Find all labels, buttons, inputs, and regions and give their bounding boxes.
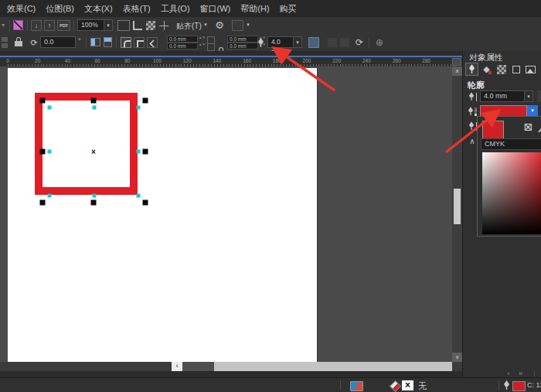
outline-pen-status-icon bbox=[503, 380, 510, 392]
color-gradient-picker[interactable] bbox=[482, 152, 541, 234]
tab-transparency-icon[interactable] bbox=[495, 63, 508, 76]
outline-color-dropdown-icon[interactable]: ▼ bbox=[527, 105, 538, 117]
no-fill-swatch[interactable]: × bbox=[402, 380, 413, 390]
horizontal-scroll-track[interactable] bbox=[214, 362, 452, 371]
selection-handle[interactable] bbox=[40, 200, 46, 206]
edit-node-marker[interactable] bbox=[137, 194, 141, 198]
edit-node-marker[interactable] bbox=[48, 106, 52, 110]
wrap-text-icon-disabled bbox=[328, 38, 337, 47]
color-proof-icon[interactable] bbox=[350, 381, 363, 391]
export-icon[interactable]: ↑ bbox=[44, 20, 55, 31]
selected-rectangle-shape[interactable]: × bbox=[35, 93, 138, 195]
dialogs-dropdown-icon[interactable]: ▼ bbox=[246, 22, 250, 27]
edit-node-marker[interactable] bbox=[93, 194, 97, 198]
panel-outline-width-combo[interactable]: 4.0 mm bbox=[480, 90, 525, 102]
tab-frame-icon[interactable] bbox=[509, 63, 522, 76]
import-icon[interactable]: ↓ bbox=[31, 20, 42, 31]
toolbar-overflow-icon[interactable]: ▾ bbox=[0, 20, 6, 31]
menu-item[interactable]: 文本(X) bbox=[84, 3, 113, 15]
scroll-up-icon[interactable]: ∧ bbox=[452, 66, 462, 76]
menu-item[interactable]: 表格(T) bbox=[123, 3, 151, 15]
no-color-icon[interactable]: ⊠ bbox=[522, 121, 534, 133]
document-page[interactable]: × bbox=[8, 68, 317, 362]
ruler-tick-label: 140 bbox=[213, 58, 221, 63]
launch-icon[interactable] bbox=[13, 20, 23, 30]
zoom-dropdown-icon[interactable]: ▼ bbox=[104, 19, 113, 31]
show-rulers-icon[interactable] bbox=[133, 21, 142, 30]
selection-handle[interactable] bbox=[40, 98, 46, 104]
menu-item[interactable]: 位图(B) bbox=[46, 3, 74, 15]
fill-status-icon[interactable] bbox=[390, 380, 402, 392]
scroll-left-icon[interactable]: ‹ bbox=[172, 362, 182, 371]
outline-color-swatch-bar[interactable] bbox=[480, 105, 527, 117]
selection-handle[interactable] bbox=[143, 200, 148, 206]
to-object-icon[interactable] bbox=[308, 37, 319, 48]
selection-handle[interactable] bbox=[91, 98, 97, 104]
horizontal-scrollbar[interactable]: ‹ bbox=[0, 362, 462, 371]
outline-width-dropdown-icon[interactable]: ▼ bbox=[293, 36, 302, 48]
corner-radius-tl-field[interactable]: 0.0 mm bbox=[167, 36, 198, 43]
edit-node-marker[interactable] bbox=[93, 106, 97, 110]
standard-toolbar: ▾ ↓ ↑ PDF 100% ▼ 贴齐(T) ▼ ⚙ ▼ bbox=[0, 17, 541, 35]
mirror-vertical-icon[interactable] bbox=[104, 37, 112, 47]
corner-radius-tr-field[interactable]: 0.0 mm bbox=[227, 36, 258, 43]
scalloped-corner-button[interactable] bbox=[134, 37, 145, 48]
lock-ratio-icon[interactable] bbox=[15, 37, 24, 47]
selection-handle[interactable] bbox=[91, 200, 97, 206]
menu-item[interactable]: 购买 bbox=[280, 3, 297, 15]
corner-option-button[interactable] bbox=[207, 43, 215, 51]
corner-radius-bl-field[interactable]: 0.0 mm bbox=[167, 43, 198, 49]
outline-width-combo[interactable]: 4.0 mm bbox=[267, 36, 294, 48]
spinner-icon[interactable]: ▲▼ bbox=[199, 43, 205, 46]
snap-dropdown-icon[interactable]: ▼ bbox=[203, 22, 208, 27]
divider bbox=[116, 37, 117, 48]
tab-outline-pen-icon[interactable] bbox=[465, 63, 478, 76]
rotation-angle-field[interactable]: 0.0 bbox=[40, 36, 76, 48]
zoom-level-field[interactable]: 100% bbox=[77, 19, 104, 31]
tab-picture-frame-icon[interactable] bbox=[524, 63, 537, 76]
horizontal-scroll-thumb[interactable] bbox=[182, 362, 214, 371]
selection-handle[interactable] bbox=[143, 98, 148, 104]
snap-to-button[interactable]: 贴齐(T) bbox=[176, 21, 202, 32]
menu-item[interactable]: 窗口(W) bbox=[200, 3, 231, 15]
selection-handle[interactable] bbox=[40, 149, 46, 155]
canvas-area[interactable]: × bbox=[0, 66, 462, 362]
tab-fill-icon[interactable]: ◆ bbox=[480, 63, 493, 76]
outline-color-status-swatch[interactable] bbox=[512, 381, 526, 391]
ruler-options-icon[interactable] bbox=[452, 58, 461, 66]
corner-radius-br-field[interactable]: 0.0 mm bbox=[227, 43, 258, 49]
shape-center-marker[interactable]: × bbox=[91, 148, 96, 156]
current-color-swatch[interactable] bbox=[482, 121, 504, 139]
publish-pdf-icon[interactable]: PDF bbox=[57, 20, 70, 31]
fill-none-label: 无 bbox=[418, 380, 427, 392]
edit-node-marker[interactable] bbox=[137, 106, 141, 110]
options-gear-icon[interactable]: ⚙ bbox=[214, 20, 225, 31]
mirror-horizontal-icon[interactable] bbox=[90, 38, 100, 46]
panel-outline-width-dropdown-icon[interactable]: ▼ bbox=[524, 90, 533, 102]
selection-handle[interactable] bbox=[143, 149, 148, 155]
color-model-select[interactable]: CMYK bbox=[481, 138, 541, 150]
add-preset-icon[interactable]: ⊕ bbox=[374, 37, 385, 48]
show-guidelines-icon[interactable] bbox=[159, 21, 168, 30]
vertical-scrollbar[interactable]: ∧ ∨ bbox=[452, 66, 462, 362]
dialogs-icon[interactable] bbox=[232, 20, 243, 31]
edit-node-marker[interactable] bbox=[48, 194, 52, 198]
docker-next-icon[interactable]: › bbox=[507, 371, 509, 377]
edit-node-marker[interactable] bbox=[48, 150, 52, 154]
menu-item[interactable]: 帮助(H) bbox=[240, 3, 269, 15]
edit-node-marker[interactable] bbox=[137, 150, 141, 154]
round-corner-button[interactable] bbox=[121, 37, 131, 48]
scroll-down-icon[interactable]: ∨ bbox=[452, 353, 462, 362]
show-grid-icon[interactable] bbox=[146, 21, 155, 30]
vertical-scroll-thumb[interactable] bbox=[454, 189, 461, 224]
menu-item[interactable]: 工具(O) bbox=[161, 3, 190, 15]
convert-icon[interactable]: ⟳ bbox=[354, 37, 365, 48]
fullscreen-preview-icon[interactable] bbox=[117, 20, 130, 31]
eyedropper-icon[interactable] bbox=[536, 120, 541, 135]
docker-more-icon[interactable]: » bbox=[519, 371, 522, 377]
property-bar: ⟳ 0.0 ° 0.0 mm 0.0 mm ▲▼ ▲▼ 0.0 mm 0.0 m… bbox=[0, 34, 541, 52]
chamfered-corner-button[interactable] bbox=[147, 37, 158, 48]
divider bbox=[9, 20, 10, 31]
spinner-icon[interactable]: ▲▼ bbox=[199, 36, 205, 39]
menu-item[interactable]: 效果(C) bbox=[7, 3, 36, 15]
